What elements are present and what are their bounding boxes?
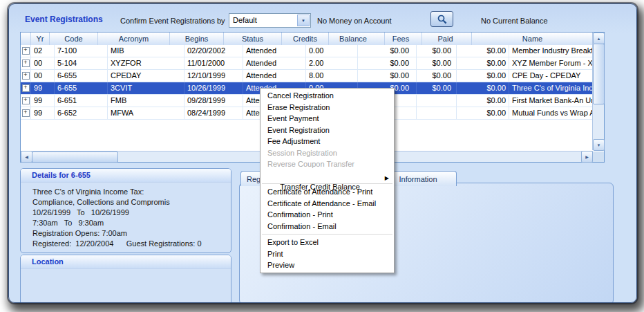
cell-paid: $0.00 [457,95,509,107]
menu-item-certificate-email[interactable]: Certificate of Attendance - Email [261,198,394,210]
cell-yr: 00 [31,70,55,82]
cell-balance: $0.00 [358,70,417,82]
expand-cell: + [21,107,31,119]
column-header-begins[interactable]: Begins [170,33,224,45]
confirm-by-dropdown[interactable]: Default ▼ [229,13,311,28]
details-line: Registration Opens: 7:00am [32,228,231,239]
cell-status: Attended [243,57,306,69]
cell-begins: 08/24/1999 [184,107,243,119]
menu-item-fee-adjustment[interactable]: Fee Adjustment [261,136,394,147]
column-header-yr[interactable]: Yr [31,33,50,45]
expand-cell: + [21,45,31,57]
column-header-name[interactable]: Name [472,33,593,45]
table-row[interactable]: + 00 5-104 XYZFOR 11/01/2000 Attended 2.… [21,57,593,70]
column-header-acronym[interactable]: Acronym [98,33,170,45]
cell-credits: 8.00 [306,70,358,82]
horizontal-scroll-thumb[interactable] [32,152,118,163]
menu-item-export-to-excel[interactable]: Export to Excel [261,237,394,248]
cell-begins: 02/20/2002 [184,45,243,57]
cell-begins: 10/26/1999 [184,82,243,94]
current-balance-status: No Current Balance [481,17,548,25]
cell-yr: 99 [31,107,55,119]
cell-status: Attended [243,45,306,57]
cell-begins: 11/01/2000 [184,57,243,69]
cell-acronym: MIB [108,45,184,57]
cell-acronym: CPEDAY [108,70,184,82]
page-title: Event Registrations [25,15,103,24]
cell-code: 5-104 [55,57,108,69]
cell-code: 6-652 [55,107,108,119]
column-header-status[interactable]: Status [224,33,282,45]
scroll-down-icon[interactable]: ▼ [593,139,605,151]
expand-cell: + [21,70,31,82]
cell-yr: 99 [31,82,55,94]
details-line: Three C's of Virginia Income Tax: [32,187,231,197]
vertical-scrollbar[interactable]: ▲ ▼ [592,33,604,150]
cell-code: 6-651 [55,95,108,107]
menu-item-event-payment[interactable]: Event Payment [261,113,394,125]
search-icon [437,14,448,25]
cell-code: 6-655 [55,70,108,82]
cell-status: Attended [243,70,306,82]
cell-paid: $0.00 [457,70,509,82]
menu-item-certificate-print[interactable]: Certificate of Attendance - Print [261,186,394,198]
confirm-by-label: Confirm Event Registrations by [120,17,225,25]
cell-fees [417,95,457,107]
tab-information-label: Information [399,175,437,183]
menu-item-erase-registration[interactable]: Erase Registration [261,102,394,113]
cell-name: First Market Bank-An Unprecedented Allia… [509,95,593,107]
expand-plus-icon[interactable]: + [22,97,30,104]
details-panel-body: Three C's of Virginia Income Tax: Compli… [21,183,231,249]
scrollbar-corner [593,152,604,162]
menu-item-confirmation-print[interactable]: Confirmation - Print [261,209,394,221]
cell-fees: $0.00 [417,82,457,94]
column-header-balance[interactable]: Balance [329,33,385,45]
details-line: 10/26/1999 To 10/26/1999 [32,208,231,218]
table-row[interactable]: + 00 6-655 CPEDAY 12/10/1999 Attended 8.… [21,70,593,82]
cell-balance: $0.00 [358,57,417,69]
scroll-left-icon[interactable]: ◀ [21,151,32,163]
chevron-down-icon[interactable]: ▼ [297,15,310,26]
search-button[interactable] [430,11,453,27]
cell-name: Mutual Funds vs Wrap Accounts/ New Com [509,107,593,119]
chevron-glyph: ▼ [301,19,305,23]
cell-name: CPE Day - CPEDAY [509,70,593,82]
cell-code: 7-100 [55,45,108,57]
cell-paid: $0.00 [457,107,509,119]
column-header-fees[interactable]: Fees [385,33,422,45]
cell-balance: $0.00 [358,45,417,57]
vertical-scroll-thumb[interactable] [593,44,605,104]
location-panel: Location [20,255,231,303]
menu-item-print[interactable]: Print [261,248,394,260]
cell-paid: $0.00 [457,57,509,69]
details-line: Registered: 12/20/2004 Guest Registratio… [32,239,231,249]
expand-plus-icon[interactable]: + [22,109,30,117]
menu-item-event-registration[interactable]: Event Registration [261,125,394,136]
menu-item-transfer-credit-balance[interactable]: Transfer Credit Balance ▶ [261,170,394,182]
table-row[interactable]: + 02 7-100 MIB 02/20/2002 Attended 0.00 … [21,45,593,57]
menu-item-preview[interactable]: Preview [261,259,394,271]
cell-acronym: XYZFOR [108,57,184,69]
details-panel-title: Details for 6-655 [21,169,231,183]
cell-fees: $0.00 [417,70,457,82]
column-header-paid[interactable]: Paid [422,33,472,45]
scroll-right-icon[interactable]: ▶ [581,151,593,163]
menu-item-confirmation-email[interactable]: Confirmation - Email [261,221,394,232]
cell-yr: 02 [31,45,55,57]
column-header-credits[interactable]: Credits [282,33,329,45]
scroll-up-icon[interactable]: ▲ [593,33,605,44]
expand-cell: + [21,95,31,107]
column-header-code[interactable]: Code [50,33,98,45]
submenu-arrow-icon: ▶ [385,173,389,185]
menu-item-reverse-coupon-transfer: Reverse Coupon Transfer [261,158,394,170]
expand-plus-icon[interactable]: + [22,47,30,55]
expand-plus-icon[interactable]: + [22,72,30,80]
expand-plus-icon[interactable]: + [22,59,30,67]
menu-item-cancel-registration[interactable]: Cancel Registration [261,90,394,102]
cell-name: Member Industry Breakfast - MIB [509,45,593,57]
location-partial-text: Hyatt Richmond [32,270,211,275]
cell-fees: $0.00 [417,57,457,69]
cell-name: Three C's of Virginia Income Tax: Compli… [509,82,593,94]
cell-yr: 00 [31,57,55,69]
expand-plus-icon[interactable]: + [22,84,30,92]
